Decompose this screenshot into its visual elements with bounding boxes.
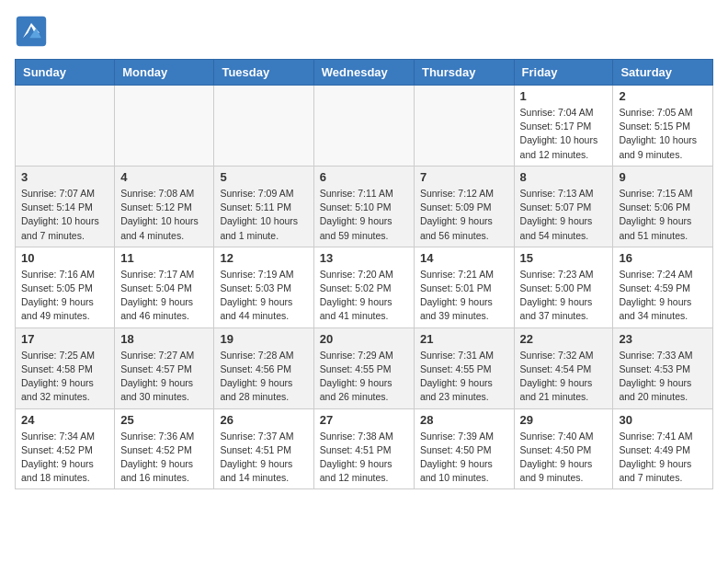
day-info: Sunrise: 7:09 AM Sunset: 5:11 PM Dayligh…: [220, 187, 307, 243]
day-number: 8: [520, 170, 608, 184]
day-info: Sunrise: 7:25 AM Sunset: 4:58 PM Dayligh…: [21, 349, 108, 405]
logo-icon: [15, 15, 48, 48]
calendar-cell: 24Sunrise: 7:34 AM Sunset: 4:52 PM Dayli…: [16, 408, 115, 489]
calendar-cell: 17Sunrise: 7:25 AM Sunset: 4:58 PM Dayli…: [16, 327, 115, 408]
day-info: Sunrise: 7:36 AM Sunset: 4:52 PM Dayligh…: [120, 430, 208, 486]
day-number: 28: [420, 413, 508, 427]
day-number: 6: [320, 170, 408, 184]
day-info: Sunrise: 7:33 AM Sunset: 4:53 PM Dayligh…: [619, 349, 707, 405]
calendar-cell: 1Sunrise: 7:04 AM Sunset: 5:17 PM Daylig…: [514, 86, 613, 167]
day-number: 10: [21, 251, 108, 265]
day-number: 7: [420, 170, 508, 184]
page-header: [15, 15, 713, 48]
day-info: Sunrise: 7:31 AM Sunset: 4:55 PM Dayligh…: [420, 349, 508, 405]
calendar-cell: 19Sunrise: 7:28 AM Sunset: 4:56 PM Dayli…: [214, 327, 313, 408]
weekday-header: Saturday: [613, 60, 713, 86]
day-number: 30: [619, 413, 707, 427]
day-info: Sunrise: 7:23 AM Sunset: 5:00 PM Dayligh…: [520, 268, 608, 324]
day-number: 2: [619, 89, 707, 103]
day-info: Sunrise: 7:34 AM Sunset: 4:52 PM Dayligh…: [21, 430, 108, 486]
day-number: 9: [619, 170, 707, 184]
calendar-cell: 18Sunrise: 7:27 AM Sunset: 4:57 PM Dayli…: [115, 327, 214, 408]
calendar-cell: 14Sunrise: 7:21 AM Sunset: 5:01 PM Dayli…: [414, 247, 514, 327]
weekday-header: Wednesday: [313, 60, 414, 86]
calendar: SundayMondayTuesdayWednesdayThursdayFrid…: [15, 59, 713, 489]
day-number: 4: [120, 170, 208, 184]
day-info: Sunrise: 7:08 AM Sunset: 5:12 PM Dayligh…: [120, 187, 208, 243]
day-info: Sunrise: 7:19 AM Sunset: 5:03 PM Dayligh…: [220, 268, 307, 324]
calendar-week-row: 17Sunrise: 7:25 AM Sunset: 4:58 PM Dayli…: [16, 327, 713, 408]
day-info: Sunrise: 7:27 AM Sunset: 4:57 PM Dayligh…: [120, 349, 208, 405]
calendar-cell: 12Sunrise: 7:19 AM Sunset: 5:03 PM Dayli…: [214, 247, 313, 327]
day-info: Sunrise: 7:21 AM Sunset: 5:01 PM Dayligh…: [420, 268, 508, 324]
day-info: Sunrise: 7:17 AM Sunset: 5:04 PM Dayligh…: [120, 268, 208, 324]
day-info: Sunrise: 7:24 AM Sunset: 4:59 PM Dayligh…: [619, 268, 707, 324]
calendar-cell: 8Sunrise: 7:13 AM Sunset: 5:07 PM Daylig…: [514, 166, 613, 247]
day-number: 16: [619, 251, 707, 265]
calendar-cell: 28Sunrise: 7:39 AM Sunset: 4:50 PM Dayli…: [414, 408, 514, 489]
day-info: Sunrise: 7:37 AM Sunset: 4:51 PM Dayligh…: [220, 430, 307, 486]
calendar-cell: 13Sunrise: 7:20 AM Sunset: 5:02 PM Dayli…: [313, 247, 414, 327]
calendar-cell: 10Sunrise: 7:16 AM Sunset: 5:05 PM Dayli…: [16, 247, 115, 327]
day-info: Sunrise: 7:12 AM Sunset: 5:09 PM Dayligh…: [420, 187, 508, 243]
day-info: Sunrise: 7:11 AM Sunset: 5:10 PM Dayligh…: [320, 187, 408, 243]
day-info: Sunrise: 7:38 AM Sunset: 4:51 PM Dayligh…: [320, 430, 408, 486]
day-number: 1: [520, 89, 608, 103]
day-info: Sunrise: 7:20 AM Sunset: 5:02 PM Dayligh…: [320, 268, 408, 324]
calendar-week-row: 24Sunrise: 7:34 AM Sunset: 4:52 PM Dayli…: [16, 408, 713, 489]
weekday-header: Friday: [514, 60, 613, 86]
calendar-cell: 3Sunrise: 7:07 AM Sunset: 5:14 PM Daylig…: [16, 166, 115, 247]
day-info: Sunrise: 7:13 AM Sunset: 5:07 PM Dayligh…: [520, 187, 608, 243]
day-number: 20: [320, 332, 408, 346]
day-info: Sunrise: 7:39 AM Sunset: 4:50 PM Dayligh…: [420, 430, 508, 486]
day-number: 12: [220, 251, 307, 265]
calendar-header-row: SundayMondayTuesdayWednesdayThursdayFrid…: [16, 60, 713, 86]
calendar-cell: [16, 86, 115, 167]
day-info: Sunrise: 7:40 AM Sunset: 4:50 PM Dayligh…: [520, 430, 608, 486]
calendar-cell: 29Sunrise: 7:40 AM Sunset: 4:50 PM Dayli…: [514, 408, 613, 489]
calendar-cell: 9Sunrise: 7:15 AM Sunset: 5:06 PM Daylig…: [613, 166, 713, 247]
calendar-cell: 23Sunrise: 7:33 AM Sunset: 4:53 PM Dayli…: [613, 327, 713, 408]
day-number: 19: [220, 332, 307, 346]
calendar-cell: 11Sunrise: 7:17 AM Sunset: 5:04 PM Dayli…: [115, 247, 214, 327]
calendar-cell: 5Sunrise: 7:09 AM Sunset: 5:11 PM Daylig…: [214, 166, 313, 247]
day-number: 29: [520, 413, 608, 427]
day-number: 18: [120, 332, 208, 346]
day-number: 17: [21, 332, 108, 346]
day-number: 5: [220, 170, 307, 184]
calendar-cell: 25Sunrise: 7:36 AM Sunset: 4:52 PM Dayli…: [115, 408, 214, 489]
day-number: 14: [420, 251, 508, 265]
logo: [15, 15, 51, 48]
calendar-week-row: 3Sunrise: 7:07 AM Sunset: 5:14 PM Daylig…: [16, 166, 713, 247]
day-number: 21: [420, 332, 508, 346]
day-number: 15: [520, 251, 608, 265]
calendar-cell: 30Sunrise: 7:41 AM Sunset: 4:49 PM Dayli…: [613, 408, 713, 489]
calendar-week-row: 1Sunrise: 7:04 AM Sunset: 5:17 PM Daylig…: [16, 86, 713, 167]
day-number: 3: [21, 170, 108, 184]
calendar-week-row: 10Sunrise: 7:16 AM Sunset: 5:05 PM Dayli…: [16, 247, 713, 327]
calendar-cell: 7Sunrise: 7:12 AM Sunset: 5:09 PM Daylig…: [414, 166, 514, 247]
day-number: 27: [320, 413, 408, 427]
day-number: 22: [520, 332, 608, 346]
day-info: Sunrise: 7:41 AM Sunset: 4:49 PM Dayligh…: [619, 430, 707, 486]
day-info: Sunrise: 7:05 AM Sunset: 5:15 PM Dayligh…: [619, 106, 707, 162]
day-number: 13: [320, 251, 408, 265]
day-number: 26: [220, 413, 307, 427]
day-number: 25: [120, 413, 208, 427]
day-info: Sunrise: 7:32 AM Sunset: 4:54 PM Dayligh…: [520, 349, 608, 405]
calendar-cell: [414, 86, 514, 167]
calendar-cell: 16Sunrise: 7:24 AM Sunset: 4:59 PM Dayli…: [613, 247, 713, 327]
day-info: Sunrise: 7:28 AM Sunset: 4:56 PM Dayligh…: [220, 349, 307, 405]
day-info: Sunrise: 7:07 AM Sunset: 5:14 PM Dayligh…: [21, 187, 108, 243]
calendar-cell: 15Sunrise: 7:23 AM Sunset: 5:00 PM Dayli…: [514, 247, 613, 327]
calendar-cell: [313, 86, 414, 167]
calendar-cell: 4Sunrise: 7:08 AM Sunset: 5:12 PM Daylig…: [115, 166, 214, 247]
weekday-header: Monday: [115, 60, 214, 86]
day-info: Sunrise: 7:29 AM Sunset: 4:55 PM Dayligh…: [320, 349, 408, 405]
day-number: 11: [120, 251, 208, 265]
calendar-cell: 22Sunrise: 7:32 AM Sunset: 4:54 PM Dayli…: [514, 327, 613, 408]
weekday-header: Thursday: [414, 60, 514, 86]
day-info: Sunrise: 7:16 AM Sunset: 5:05 PM Dayligh…: [21, 268, 108, 324]
calendar-cell: 6Sunrise: 7:11 AM Sunset: 5:10 PM Daylig…: [313, 166, 414, 247]
svg-rect-0: [17, 17, 46, 46]
